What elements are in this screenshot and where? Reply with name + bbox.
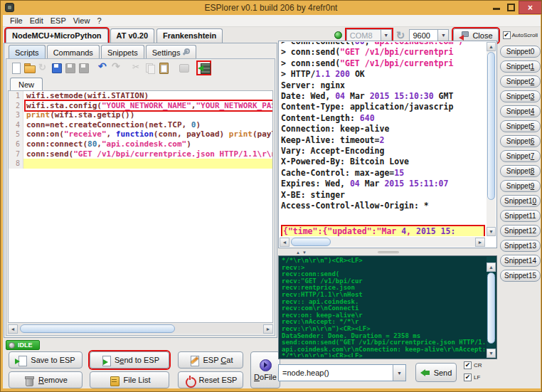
file-list-button[interactable]: File List xyxy=(90,371,169,388)
debug-console[interactable]: */*\r\n\r\n")<CR><LF>recv:>recv:conn:sen… xyxy=(278,255,497,359)
remove-button[interactable]: Remove xyxy=(9,371,83,388)
snippet-button-snippet15[interactable]: Snippet15 xyxy=(500,270,541,282)
scroll-right-icon[interactable]: ► xyxy=(475,238,485,247)
lf-checkbox[interactable]: ✔ xyxy=(464,374,472,381)
tab-frankenshtein[interactable]: Frankenshtein xyxy=(156,28,223,43)
chevron-down-icon[interactable]: ▼ xyxy=(437,30,448,41)
scrollbar-thumb[interactable] xyxy=(20,324,175,333)
snippet-button-snippet11[interactable]: Snippet11 xyxy=(500,210,541,222)
command-combo: ▼ xyxy=(278,364,406,381)
code-text: conn:on("receive", function(conn, payloa… xyxy=(23,129,273,139)
terminal-line: > HTTP/1.1 200 OK xyxy=(281,69,485,80)
tab-commands[interactable]: Commands xyxy=(47,45,100,58)
terminal-line: Cache-Control: max-age=15 xyxy=(281,168,485,179)
paste-icon[interactable] xyxy=(158,62,170,74)
scroll-left-icon[interactable]: ◄ xyxy=(8,324,18,334)
chevron-down-icon[interactable]: ▼ xyxy=(393,365,405,381)
save-to-esp-button[interactable]: Save to ESP xyxy=(9,351,83,369)
chevron-down-icon[interactable]: ▼ xyxy=(381,30,391,41)
open-file-icon[interactable] xyxy=(23,62,36,74)
redo-icon[interactable] xyxy=(111,62,123,74)
scroll-left-icon[interactable]: ◄ xyxy=(280,238,289,247)
refresh-ports-icon[interactable]: ↻ xyxy=(396,30,405,41)
editor-file-tab[interactable]: New xyxy=(10,78,43,90)
tab-scripts[interactable]: Scripts xyxy=(9,45,46,58)
new-file-icon[interactable] xyxy=(10,62,22,74)
send-button[interactable]: Send xyxy=(415,363,457,382)
editor-hscrollbar[interactable]: ◄ ► xyxy=(8,324,273,334)
scroll-down-icon[interactable]: ▼ xyxy=(487,349,496,358)
code-text: print(wifi.sta.getip()) xyxy=(23,110,134,120)
status-badge: IDLE xyxy=(6,340,40,350)
close-window-button[interactable]: × xyxy=(519,1,542,14)
line-number: 1 xyxy=(9,91,23,101)
copy-icon[interactable] xyxy=(144,62,156,74)
snippet-button-snippet2[interactable]: Snippet2 xyxy=(500,75,541,88)
cr-checkbox[interactable]: ✔ xyxy=(464,361,472,369)
autoscroll-toggle[interactable]: ✔ AutoScroll xyxy=(503,31,538,39)
terminal-vscrollbar[interactable]: ▲ ▼ xyxy=(487,42,496,236)
snippet-button-snippet12[interactable]: Snippet12 xyxy=(500,225,541,237)
snippet-button-snippet5[interactable]: Snippet5 xyxy=(500,120,541,132)
save-as-icon[interactable] xyxy=(64,62,76,74)
snippet-button-snippet0[interactable]: Snippet0 xyxy=(500,46,541,58)
command-input[interactable] xyxy=(279,365,393,381)
file-list-icon xyxy=(109,375,119,386)
esp-cat-button[interactable]: ESP Cat xyxy=(178,351,243,369)
tab-nodemcu-micropython[interactable]: NodeMCU+MicroPython xyxy=(6,28,108,43)
reset-esp-button[interactable]: Reset ESP xyxy=(178,371,243,388)
splitter-grip[interactable] xyxy=(378,251,399,253)
snippet-button-snippet13[interactable]: Snippet13 xyxy=(500,240,541,252)
menu-[interactable]: ? xyxy=(93,16,105,26)
snippet-button-snippet8[interactable]: Snippet8 xyxy=(500,165,541,177)
code-line: 6conn:connect(80,"api.coindesk.com") xyxy=(9,139,272,149)
splitter-arrows-icon[interactable]: ▲▼ xyxy=(296,250,309,255)
cr-toggle[interactable]: ✔ CR xyxy=(464,361,482,369)
menu-view[interactable]: View xyxy=(70,16,94,26)
menu-esp[interactable]: ESP xyxy=(47,16,70,26)
maximize-button[interactable] xyxy=(507,4,515,11)
scrollbar-thumb[interactable] xyxy=(487,52,495,200)
save-icon[interactable] xyxy=(51,62,63,74)
autoscroll-checkbox[interactable]: ✔ xyxy=(503,31,511,39)
tab-settings[interactable]: Settings xyxy=(146,45,197,58)
serial-terminal[interactable]: > conn:connect(80,"api.coindesk.com")> c… xyxy=(278,41,497,248)
menu-file[interactable]: File xyxy=(6,16,26,26)
save-all-icon[interactable] xyxy=(78,62,90,74)
code-editor[interactable]: 1wifi.setmode(wifi.STATION)2wifi.sta.con… xyxy=(8,90,273,323)
snippet-button-snippet10[interactable]: Snippet10 xyxy=(500,195,541,207)
snippet-button-snippet1[interactable]: Snippet1 xyxy=(500,60,541,73)
snippet-button-snippet4[interactable]: Snippet4 xyxy=(500,105,541,117)
snippet-button-snippet6[interactable]: Snippet6 xyxy=(500,135,541,147)
snippet-button-snippet14[interactable]: Snippet14 xyxy=(500,255,541,267)
tab-at-v0-20[interactable]: AT v0.20 xyxy=(110,28,154,43)
scrollbar-thumb[interactable] xyxy=(291,238,331,246)
scroll-up-icon[interactable]: ▲ xyxy=(487,42,496,51)
upload-icon[interactable] xyxy=(178,62,190,74)
title-bar[interactable]: ESPlorer v0.1 build 206 by 4refr0nt × xyxy=(1,1,541,15)
tab-snippets[interactable]: Snippets xyxy=(101,45,144,58)
dofile-button[interactable]: DoFile xyxy=(250,351,280,388)
code-text: conn=net.createConnection(net.TCP, 0) xyxy=(23,120,201,130)
snippet-button-snippet9[interactable]: Snippet9 xyxy=(500,180,541,192)
scroll-down-icon[interactable]: ▼ xyxy=(487,227,496,236)
snippet-button-snippet7[interactable]: Snippet7 xyxy=(500,150,541,162)
lf-toggle[interactable]: ✔ LF xyxy=(464,374,482,381)
baud-rate-select[interactable]: 9600 ▼ xyxy=(409,29,449,42)
send-to-esp-icon[interactable] xyxy=(198,62,210,74)
snippet-button-snippet3[interactable]: Snippet3 xyxy=(500,90,541,102)
minimize-button[interactable] xyxy=(493,8,500,10)
reload-icon[interactable] xyxy=(37,62,49,74)
com-port-select[interactable]: COM8 ▼ xyxy=(346,29,392,42)
scroll-right-icon[interactable]: ► xyxy=(263,324,273,334)
cut-icon[interactable] xyxy=(131,62,143,74)
code-text: wifi.setmode(wifi.STATION) xyxy=(23,91,149,101)
scrollbar-thumb[interactable] xyxy=(487,272,495,344)
terminal-hscrollbar[interactable]: ◄ ► xyxy=(280,237,485,247)
console-vscrollbar[interactable]: ▲ ▼ xyxy=(487,257,496,358)
menu-edit[interactable]: Edit xyxy=(26,16,47,26)
scroll-up-icon[interactable]: ▲ xyxy=(487,263,496,272)
send-to-esp-button[interactable]: Send to ESP xyxy=(90,351,169,369)
undo-icon[interactable] xyxy=(97,62,110,74)
panel-splitter[interactable]: ▲▼ xyxy=(278,249,497,255)
